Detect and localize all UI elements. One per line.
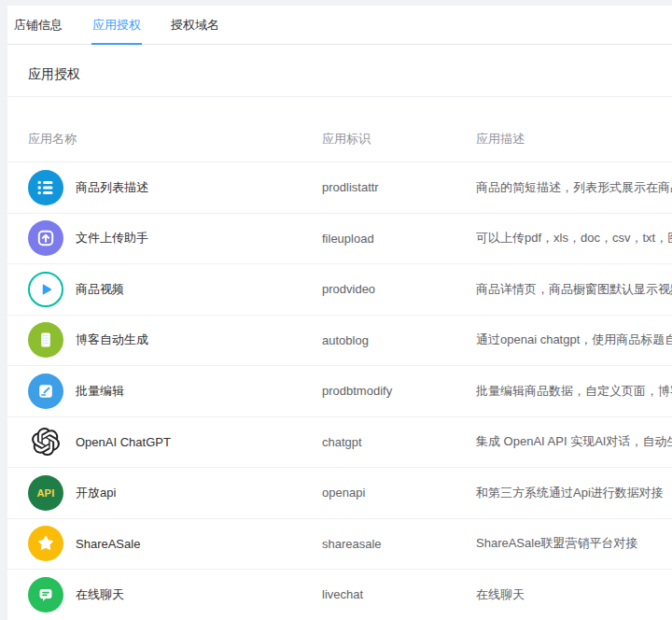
table-row[interactable]: API 开放api openapi 和第三方系统通过Api进行数据对接	[7, 468, 672, 519]
app-description: ShareASale联盟营销平台对接	[476, 535, 672, 552]
play-icon	[28, 272, 63, 307]
table-row[interactable]: 在线聊天 livechat 在线聊天	[7, 570, 672, 620]
app-id: fileupload	[322, 232, 476, 246]
app-id: prodlistattr	[322, 180, 476, 194]
app-description: 通过openai chatgpt，使用商品标题自动生	[476, 331, 672, 348]
tab-authorized-domains[interactable]: 授权域名	[170, 19, 220, 45]
content-card: 店铺信息 应用授权 授权域名 应用授权 应用名称 应用标识 应用描述 商品列表描…	[7, 6, 672, 620]
table-row[interactable]: 批量编辑 prodbtmodify 批量编辑商品数据，自定义页面，博客文章	[7, 366, 672, 417]
app-name: 在线聊天	[76, 586, 124, 603]
app-id: shareasale	[322, 537, 476, 551]
app-description: 批量编辑商品数据，自定义页面，博客文章	[476, 383, 672, 400]
column-header-app-id: 应用标识	[322, 131, 476, 148]
app-name: 博客自动生成	[76, 331, 148, 348]
app-name: 商品列表描述	[76, 179, 148, 196]
api-icon-label: API	[36, 487, 54, 499]
table-row[interactable]: 博客自动生成 autoblog 通过openai chatgpt，使用商品标题自…	[7, 316, 672, 367]
app-name: OpenAI ChatGPT	[76, 435, 171, 449]
star-icon	[28, 526, 63, 561]
tab-bar: 店铺信息 应用授权 授权域名	[7, 6, 672, 45]
column-header-app-name: 应用名称	[28, 131, 322, 148]
app-name: 批量编辑	[76, 383, 124, 400]
table-row[interactable]: OpenAI ChatGPT chatgpt 集成 OpenAI API 实现A…	[7, 417, 672, 469]
app-id: prodbtmodify	[322, 384, 476, 398]
app-name: ShareASale	[76, 537, 140, 551]
app-id: chatgpt	[322, 435, 476, 449]
upload-icon	[28, 220, 63, 256]
table-row[interactable]: 商品视频 prodvideo 商品详情页，商品橱窗图默认显示视频	[7, 264, 672, 316]
table-header: 应用名称 应用标识 应用描述	[7, 97, 672, 162]
app-name: 文件上传助手	[76, 230, 148, 247]
table-row[interactable]: ShareASale shareasale ShareASale联盟营销平台对接	[7, 519, 672, 571]
app-name: 开放api	[76, 485, 116, 501]
table-row[interactable]: 商品列表描述 prodlistattr 商品的简短描述，列表形式展示在商品图片	[7, 162, 672, 214]
blog-icon	[28, 322, 63, 358]
column-header-app-description: 应用描述	[476, 131, 672, 148]
api-icon: API	[28, 475, 63, 511]
app-description: 在线聊天	[476, 586, 672, 603]
app-description: 集成 OpenAI API 实现AI对话，自动生成文	[476, 433, 672, 450]
tab-store-info[interactable]: 店铺信息	[13, 19, 63, 45]
chat-icon	[28, 577, 63, 613]
app-id: openapi	[322, 486, 476, 500]
app-description: 可以上传pdf，xls，doc，csv，txt，图片，	[476, 230, 672, 247]
list-icon	[28, 170, 63, 205]
app-id: livechat	[322, 587, 476, 601]
app-name: 商品视频	[76, 281, 124, 298]
table-row[interactable]: 文件上传助手 fileupload 可以上传pdf，xls，doc，csv，tx…	[7, 214, 672, 265]
app-description: 商品详情页，商品橱窗图默认显示视频	[476, 281, 672, 298]
openai-icon	[28, 424, 63, 459]
edit-icon	[28, 373, 63, 409]
tab-app-authorization[interactable]: 应用授权	[91, 19, 142, 45]
app-id: prodvideo	[322, 282, 476, 296]
app-id: autoblog	[322, 333, 476, 347]
app-description: 商品的简短描述，列表形式展示在商品图片	[476, 179, 672, 196]
app-description: 和第三方系统通过Api进行数据对接	[476, 485, 672, 501]
page-title: 应用授权	[28, 66, 672, 83]
